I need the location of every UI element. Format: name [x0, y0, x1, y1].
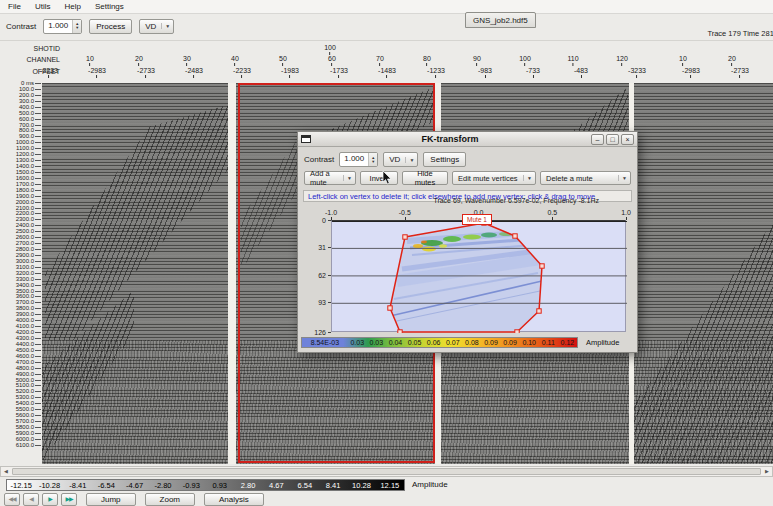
next-gather-button[interactable]: ▶ [42, 493, 58, 506]
channel-tick: 100 [519, 55, 531, 66]
mute-vertex[interactable] [540, 264, 544, 268]
time-tick [35, 439, 41, 440]
channel-tick: 50 [279, 55, 287, 66]
chevron-down-icon: ▼ [343, 175, 352, 181]
delete-mute-dropdown[interactable]: Delete a mute ▼ [540, 171, 631, 185]
time-label: 1400.0 [0, 163, 34, 169]
hide-mutes-button[interactable]: Hide mutes [402, 171, 448, 185]
mute-vertex[interactable] [513, 234, 517, 238]
mute-vertex[interactable] [537, 309, 541, 313]
channel-tick: 80 [423, 55, 431, 66]
mute-vertex[interactable] [388, 306, 392, 310]
offset-tick: -983 [478, 67, 492, 78]
fk-spectrum-canvas[interactable] [332, 221, 627, 333]
offset-tick-label: -983 [478, 67, 492, 74]
offset-tick-label: -2483 [185, 67, 203, 74]
mute-vertex[interactable] [515, 330, 519, 333]
time-label: 2600.0 [0, 234, 34, 240]
tick-mark [379, 63, 380, 66]
settings-button[interactable]: Settings [423, 152, 466, 167]
add-mute-dropdown[interactable]: Add a mute ▼ [304, 171, 356, 185]
time-label: 4800.0 [0, 365, 34, 371]
menu-utils[interactable]: Utils [35, 2, 51, 11]
channel-tick-label: 60 [328, 55, 336, 62]
maximize-icon[interactable]: □ [606, 134, 619, 145]
process-button[interactable]: Process [89, 19, 132, 34]
tick-mark [426, 63, 427, 66]
mute-vertex[interactable] [398, 330, 402, 333]
channel-tick: 20 [728, 55, 736, 66]
scroll-right-icon[interactable]: ▶ [762, 467, 772, 476]
dialog-contrast-value[interactable]: 1.000 [340, 153, 368, 166]
time-label: 600.0 [0, 116, 34, 122]
offset-tick-label: -1233 [427, 67, 445, 74]
fk-colorbar-value: 0.09 [501, 338, 520, 347]
contrast-label: Contrast [6, 22, 36, 31]
offset-tick-label: -2733 [137, 67, 155, 74]
time-tick [35, 178, 41, 179]
last-gather-button[interactable]: ▶▶ [61, 493, 77, 506]
fk-y-tick-label: 126 [306, 329, 326, 336]
menu-file[interactable]: File [8, 2, 21, 11]
dialog-display-mode-select[interactable]: VD ▼ [383, 152, 418, 167]
fk-x-tick-label: 1.0 [621, 209, 631, 216]
close-icon[interactable]: × [621, 134, 634, 145]
tick-mark [234, 63, 235, 66]
time-label: 4200.0 [0, 329, 34, 335]
time-label: 4100.0 [0, 323, 34, 329]
time-label: 5500.0 [0, 406, 34, 412]
time-label: 4700.0 [0, 359, 34, 365]
scrollbar-thumb[interactable] [12, 468, 761, 475]
time-label: 4900.0 [0, 371, 34, 377]
offset-tick: -1233 [427, 67, 445, 78]
time-tick [35, 119, 41, 120]
time-label: 4000.0 [0, 317, 34, 323]
contrast-value[interactable]: 1.000 [44, 20, 72, 33]
mute-number-label: Mute 1 [462, 214, 492, 225]
analysis-button[interactable]: Analysis [204, 493, 264, 506]
offset-tick-label: -1483 [378, 67, 396, 74]
menu-settings[interactable]: Settings [95, 2, 124, 11]
chevron-down-icon: ▼ [405, 157, 414, 163]
time-label: 1800.0 [0, 187, 34, 193]
time-tick [35, 320, 41, 321]
dialog-contrast-spinbox[interactable]: 1.000 ▲▼ [339, 152, 378, 167]
minimize-icon[interactable]: – [591, 134, 604, 145]
time-tick [35, 374, 41, 375]
spinner-arrows-icon[interactable]: ▲▼ [72, 20, 81, 33]
offset-tick: -1983 [281, 67, 299, 78]
invert-button[interactable]: Invert [360, 171, 398, 185]
time-label: 3000.0 [0, 258, 34, 264]
edit-mute-vertices-dropdown[interactable]: Edit mute vertices ▼ [452, 171, 536, 185]
time-tick [35, 243, 41, 244]
time-tick [35, 433, 41, 434]
spinner-arrows-icon[interactable]: ▲▼ [368, 153, 377, 166]
time-tick [35, 314, 41, 315]
time-label: 2700.0 [0, 240, 34, 246]
previous-gather-button[interactable]: ◀ [23, 493, 39, 506]
zoom-button[interactable]: Zoom [145, 493, 195, 506]
time-label: 100.0 [0, 86, 34, 92]
channel-tick: 90 [473, 55, 481, 66]
first-gather-button[interactable]: ◀◀ [4, 493, 20, 506]
time-label: 300.0 [0, 98, 34, 104]
dialog-titlebar[interactable]: FK-transform – □ × [298, 132, 637, 147]
file-tab[interactable]: GNS_job2.hdf5 [465, 12, 536, 28]
scroll-left-icon[interactable]: ◀ [1, 467, 11, 476]
colorbar-value: -2.80 [149, 480, 177, 490]
horizontal-scrollbar[interactable]: ◀ ▶ [0, 466, 773, 477]
mute-vertex[interactable] [403, 235, 407, 239]
fk-spectrum-plot[interactable] [331, 220, 626, 332]
time-tick [35, 142, 41, 143]
jump-button[interactable]: Jump [86, 493, 136, 506]
colorbar-value: -8.41 [64, 480, 92, 490]
channel-tick-label: 40 [231, 55, 239, 62]
time-tick [35, 190, 41, 191]
display-mode-select[interactable]: VD ▼ [139, 19, 174, 34]
shotid-tick: 100 [324, 44, 336, 55]
fk-colorbar-value: 0.06 [424, 338, 443, 347]
contrast-spinbox[interactable]: 1.000 ▲▼ [43, 19, 82, 34]
chevron-down-icon: ▼ [161, 23, 170, 29]
channel-tick: 70 [376, 55, 384, 66]
menu-help[interactable]: Help [64, 2, 80, 11]
